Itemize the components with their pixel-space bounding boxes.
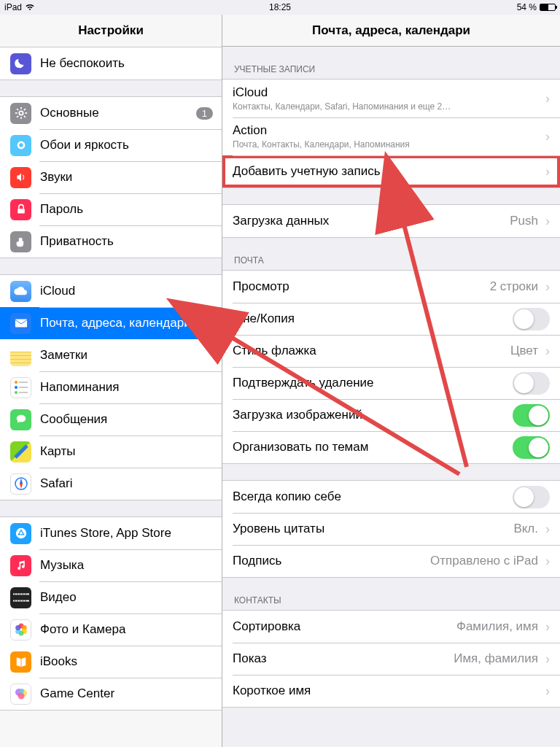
- account-title: Action: [233, 123, 541, 138]
- svg-point-36: [18, 693, 24, 700]
- appstore-icon: [10, 523, 31, 544]
- hand-icon: [10, 231, 31, 252]
- detail-title: Почта, адреса, календари: [222, 15, 560, 47]
- sidebar-item-label: Видео: [40, 590, 77, 605]
- svg-point-0: [19, 111, 23, 115]
- wallpaper-icon: [10, 135, 31, 156]
- toggle-switch[interactable]: [513, 372, 550, 395]
- setting-value: Фамилия, имя: [456, 619, 538, 634]
- setting-title: Всегда копию себе: [233, 489, 513, 504]
- fetch-title: Загрузка данных: [233, 214, 510, 228]
- sidebar-item-hand[interactable]: Приватность: [0, 225, 222, 258]
- setting-row[interactable]: Уровень цитатыВкл.›: [222, 513, 560, 545]
- badge: 1: [196, 107, 213, 120]
- svg-rect-12: [15, 320, 26, 328]
- toggle-switch[interactable]: [513, 308, 550, 330]
- svg-line-7: [17, 116, 18, 117]
- sidebar-item-label: Сообщения: [40, 412, 107, 427]
- sidebar-item-gear[interactable]: Основные1: [0, 97, 222, 129]
- setting-row[interactable]: ПоказИмя, фамилия›: [222, 643, 560, 675]
- sidebar-item-label: Обои и яркость: [40, 138, 129, 152]
- sidebar-item-appstore[interactable]: iTunes Store, App Store: [0, 517, 222, 549]
- reminders-icon: [10, 377, 31, 398]
- setting-row[interactable]: Всегда копию себе: [222, 481, 560, 513]
- sidebar-item-label: iCloud: [40, 284, 75, 298]
- svg-rect-15: [13, 594, 29, 595]
- setting-row[interactable]: Подтверждать удаление: [222, 367, 560, 399]
- svg-point-37: [20, 689, 24, 693]
- sidebar-item-compass[interactable]: Safari: [0, 468, 222, 500]
- setting-row[interactable]: Организовать по темам: [222, 431, 560, 463]
- setting-row[interactable]: Загрузка изображений: [222, 399, 560, 431]
- setting-row[interactable]: Короткое имя›: [222, 675, 560, 707]
- mail2-group: Всегда копию себеУровень цитатыВкл.›Подп…: [222, 480, 560, 578]
- sidebar-item-moon[interactable]: Не беспокоить: [0, 47, 222, 80]
- svg-rect-26: [25, 600, 26, 602]
- setting-row[interactable]: Стиль флажкаЦвет›: [222, 335, 560, 367]
- svg-line-8: [23, 109, 25, 110]
- account-sub: Контакты, Календари, Safari, Напоминания…: [233, 101, 541, 112]
- sidebar-item-notes[interactable]: Заметки: [0, 339, 222, 371]
- setting-title: Подтверждать удаление: [233, 376, 513, 390]
- photos-icon: [10, 619, 31, 640]
- moon-icon: [10, 53, 31, 74]
- toggle-switch[interactable]: [513, 404, 550, 427]
- svg-rect-22: [14, 600, 15, 602]
- cloud-icon: [10, 281, 31, 302]
- setting-row[interactable]: ПодписьОтправлено с iPad›: [222, 545, 560, 577]
- chevron-right-icon: ›: [545, 554, 550, 569]
- sidebar-item-ibooks[interactable]: iBooks: [0, 646, 222, 678]
- chevron-right-icon: ›: [545, 344, 550, 359]
- toggle-switch[interactable]: [513, 436, 550, 459]
- setting-title: Короткое имя: [233, 684, 541, 698]
- sidebar-item-messages[interactable]: Сообщения: [0, 403, 222, 436]
- chevron-right-icon: ›: [545, 651, 550, 667]
- music-icon: [10, 555, 31, 576]
- section-header-accounts: УЧЕТНЫЕ ЗАПИСИ: [222, 47, 560, 79]
- sidebar-item-reminders[interactable]: Напоминания: [0, 371, 222, 403]
- svg-line-6: [23, 116, 25, 117]
- sidebar-item-label: Почта, адреса, календари: [40, 316, 191, 330]
- svg-point-32: [15, 625, 20, 630]
- sidebar-item-label: Фото и Камера: [40, 622, 125, 637]
- video-icon: [10, 587, 31, 608]
- sidebar-item-cloud[interactable]: iCloud: [0, 275, 222, 307]
- sidebar-item-video[interactable]: Видео: [0, 581, 222, 614]
- setting-row[interactable]: Мне/Копия: [222, 303, 560, 335]
- chevron-right-icon: ›: [545, 522, 550, 537]
- wifi-icon: [25, 4, 35, 11]
- sidebar-item-label: Карты: [40, 444, 75, 459]
- svg-rect-24: [20, 600, 20, 602]
- add-account-row[interactable]: Добавить учетную запись›: [222, 155, 560, 187]
- setting-title: Мне/Копия: [233, 311, 513, 326]
- sidebar-title: Настройки: [0, 15, 222, 47]
- fetch-row[interactable]: Загрузка данных Push ›: [222, 205, 560, 237]
- section-header-contacts: КОНТАКТЫ: [222, 578, 560, 610]
- setting-title: Организовать по темам: [233, 440, 513, 454]
- messages-icon: [10, 409, 31, 430]
- setting-title: Сортировка: [233, 619, 456, 634]
- chevron-right-icon: ›: [545, 164, 550, 179]
- gear-icon: [10, 103, 31, 124]
- sidebar-item-photos[interactable]: Фото и Камера: [0, 614, 222, 646]
- fetch-value: Push: [510, 214, 538, 228]
- status-bar: iPad 18:25 54 %: [0, 0, 560, 15]
- sidebar-item-speaker[interactable]: Звуки: [0, 161, 222, 193]
- gamecenter-icon: [10, 684, 31, 705]
- setting-row[interactable]: Просмотр2 строки›: [222, 271, 560, 303]
- sidebar-item-maps[interactable]: Карты: [0, 436, 222, 468]
- setting-value: Отправлено с iPad: [430, 554, 538, 568]
- svg-rect-25: [22, 600, 23, 602]
- setting-row[interactable]: СортировкаФамилия, имя›: [222, 611, 560, 643]
- toggle-switch[interactable]: [513, 486, 550, 508]
- battery-icon: [540, 4, 556, 11]
- clock: 18:25: [269, 2, 291, 12]
- account-row[interactable]: iCloudКонтакты, Календари, Safari, Напом…: [222, 80, 560, 117]
- sidebar-item-gamecenter[interactable]: Game Center: [0, 678, 222, 710]
- sidebar-item-music[interactable]: Музыка: [0, 549, 222, 581]
- chevron-right-icon: ›: [545, 129, 550, 144]
- sidebar-item-wallpaper[interactable]: Обои и яркость: [0, 129, 222, 161]
- sidebar-item-lock[interactable]: Пароль: [0, 193, 222, 225]
- sidebar-item-mail[interactable]: Почта, адреса, календари: [0, 307, 222, 339]
- account-row[interactable]: ActionПочта, Контакты, Календари, Напоми…: [222, 117, 560, 155]
